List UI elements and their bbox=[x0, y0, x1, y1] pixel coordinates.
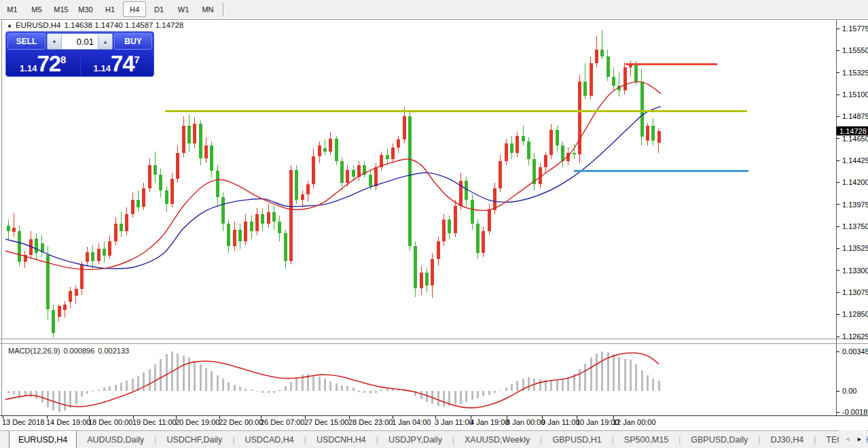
chart-tab-sp500-m15[interactable]: SP500,M15 bbox=[614, 431, 679, 448]
timeframe-button-w1[interactable]: W1 bbox=[172, 1, 195, 17]
macd-histogram-bar bbox=[635, 364, 637, 391]
candle-up bbox=[391, 148, 395, 159]
candle-down bbox=[210, 145, 213, 171]
chart-area[interactable]: 1.157751.155501.153251.151001.148751.146… bbox=[0, 18, 868, 430]
timeframe-button-h1[interactable]: H1 bbox=[98, 1, 122, 17]
chart-tab-gbpusd-h1[interactable]: GBPUSD,H1 bbox=[542, 431, 611, 448]
macd-histogram-bar bbox=[18, 391, 20, 396]
timeframe-button-m30[interactable]: M30 bbox=[74, 1, 97, 17]
macd-histogram-bar bbox=[245, 389, 247, 391]
tab-scroll-left-icon[interactable]: ◄ bbox=[844, 436, 850, 443]
candle-up bbox=[114, 224, 117, 241]
macd-histogram-bar bbox=[261, 391, 264, 393]
candle-up bbox=[204, 145, 208, 158]
timeframe-button-m5[interactable]: M5 bbox=[25, 1, 48, 17]
macd-signal-value: 0.002133 bbox=[98, 347, 129, 355]
candle-up bbox=[12, 228, 16, 232]
chart-tab-gbpusd-daily[interactable]: GBPUSD,Daily bbox=[681, 431, 758, 448]
candle-down bbox=[137, 200, 140, 207]
sell-button[interactable]: SELL bbox=[7, 33, 46, 50]
candle-up bbox=[505, 143, 508, 161]
candle-down bbox=[561, 145, 564, 161]
macd-histogram-bar bbox=[567, 377, 569, 391]
macd-tick-label: 0.00 bbox=[842, 387, 856, 395]
candle-down bbox=[261, 214, 264, 224]
macd-histogram-bar bbox=[324, 379, 326, 391]
candle-up bbox=[657, 131, 661, 143]
chart-tab-usdcnh-h4[interactable]: USDCNH,H4 bbox=[306, 431, 376, 448]
candle-up bbox=[170, 179, 174, 204]
macd-histogram-bar bbox=[363, 391, 365, 393]
candle-down bbox=[408, 116, 412, 246]
macd-histogram-bar bbox=[420, 391, 422, 399]
macd-histogram-bar bbox=[624, 359, 626, 391]
candle-up bbox=[516, 136, 519, 154]
buy-price-pip: 7 bbox=[134, 54, 140, 65]
chart-tab-audusd-daily[interactable]: AUDUSD,Daily bbox=[77, 431, 154, 448]
price-tick-label: 1.15100 bbox=[842, 90, 868, 99]
candle-down bbox=[7, 226, 10, 232]
candle-down bbox=[386, 155, 389, 159]
sell-price-main: 72 bbox=[37, 52, 60, 75]
lot-increase-button[interactable]: ▲ bbox=[98, 34, 112, 49]
candle-up bbox=[437, 241, 440, 259]
candle-up bbox=[267, 212, 270, 224]
chart-tab-eurusd-h4[interactable]: EURUSD,H4 bbox=[9, 431, 77, 448]
collapse-panel-icon[interactable]: ▲ bbox=[7, 22, 12, 29]
candle-down bbox=[335, 139, 338, 161]
chart-title: ▲ EURUSD,H4 1.14638 1.14740 1.14587 1.14… bbox=[7, 21, 183, 29]
candle-down bbox=[323, 148, 327, 151]
macd-main-value: 0.000896 bbox=[63, 347, 94, 355]
candle-down bbox=[522, 136, 525, 142]
price-tick-label: 1.12625 bbox=[842, 332, 868, 341]
time-tick-label: 18 Dec 00:00 bbox=[88, 418, 132, 426]
macd-histogram-bar bbox=[256, 391, 258, 392]
macd-histogram-bar bbox=[641, 371, 643, 391]
candle-up bbox=[108, 241, 111, 256]
candle-up bbox=[646, 126, 649, 141]
chart-ohlc-values: 1.14638 1.14740 1.14587 1.14728 bbox=[64, 21, 183, 29]
macd-histogram-bar bbox=[92, 391, 94, 392]
candle-up bbox=[86, 252, 89, 262]
buy-button[interactable]: BUY bbox=[114, 33, 152, 50]
candle-up bbox=[420, 273, 423, 288]
macd-name: MACD(12,26,9) bbox=[8, 347, 60, 355]
candle-down bbox=[295, 170, 298, 201]
timeframe-button-h4[interactable]: H4 bbox=[123, 1, 146, 17]
macd-histogram-bar bbox=[35, 391, 37, 399]
candle-up bbox=[493, 188, 496, 210]
lot-size-input[interactable] bbox=[62, 34, 98, 49]
macd-histogram-bar bbox=[58, 391, 60, 412]
candle-down bbox=[272, 212, 276, 222]
buy-price-button[interactable]: 1.14747 bbox=[82, 51, 153, 76]
chart-tab-usdjpy-daily[interactable]: USDJPY,Daily bbox=[378, 431, 452, 448]
candle-up bbox=[182, 126, 185, 153]
candle-down bbox=[527, 141, 530, 159]
price-tick-label: 1.14200 bbox=[842, 178, 868, 186]
candle-up bbox=[148, 165, 151, 189]
macd-histogram-bar bbox=[143, 373, 145, 391]
macd-histogram-bar bbox=[120, 383, 122, 391]
one-click-trading-panel: SELL ▼ ▲ BUY 1.14728 1.14747 bbox=[5, 31, 154, 77]
timeframe-button-m1[interactable]: M1 bbox=[1, 1, 24, 17]
candle-up bbox=[578, 82, 581, 154]
chart-tab-usdchf-daily[interactable]: USDCHF,Daily bbox=[156, 431, 232, 448]
timeframe-button-d1[interactable]: D1 bbox=[147, 1, 170, 17]
candle-up bbox=[549, 130, 553, 155]
lot-decrease-button[interactable]: ▼ bbox=[48, 34, 62, 49]
chart-tab-xauusd-weekly[interactable]: XAUUSD,Weekly bbox=[454, 431, 540, 448]
macd-histogram-bar bbox=[584, 364, 586, 391]
timeframe-button-mn[interactable]: MN bbox=[196, 1, 219, 17]
candle-down bbox=[250, 222, 253, 231]
timeframe-button-m15[interactable]: M15 bbox=[50, 1, 73, 17]
candle-up bbox=[289, 170, 293, 261]
chart-tab-dj30-h4[interactable]: DJ30,H4 bbox=[760, 431, 814, 448]
chart-tab-usdcad-h4[interactable]: USDCAD,H4 bbox=[235, 431, 304, 448]
macd-histogram-bar bbox=[380, 390, 382, 391]
tab-scroll-right-icon[interactable]: ► bbox=[856, 436, 863, 443]
macd-histogram-bar bbox=[375, 391, 377, 393]
macd-histogram-bar bbox=[41, 391, 43, 402]
sell-price-button[interactable]: 1.14728 bbox=[7, 51, 79, 76]
candle-up bbox=[125, 214, 128, 232]
candle-up bbox=[69, 291, 72, 302]
